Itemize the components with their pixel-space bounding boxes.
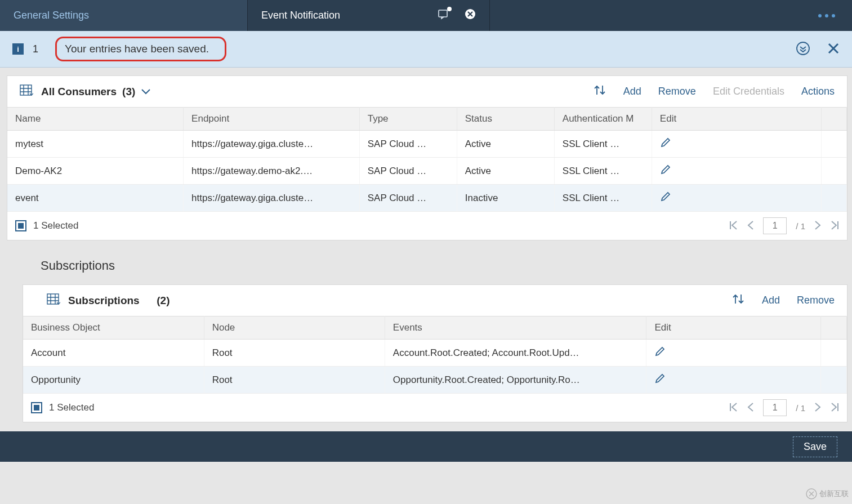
last-page-icon[interactable] xyxy=(830,402,839,414)
actions-button[interactable]: Actions xyxy=(801,86,835,97)
subscriptions-section-title: Subscriptions xyxy=(7,240,847,276)
first-page-icon[interactable] xyxy=(729,402,738,414)
subscriptions-table: Business Object Node Events Edit Account… xyxy=(23,316,847,394)
consumers-pager: / 1 xyxy=(729,217,839,234)
chevron-down-icon xyxy=(141,86,151,98)
sort-icon[interactable] xyxy=(731,293,745,308)
col-status[interactable]: Status xyxy=(457,108,554,131)
col-type[interactable]: Type xyxy=(359,108,457,131)
col-events[interactable]: Events xyxy=(385,316,646,340)
save-button[interactable]: Save xyxy=(793,436,837,457)
subscriptions-panel: Subscriptions (2) Add Remove Business Ob… xyxy=(23,284,847,422)
consumers-footer: 1 Selected / 1 xyxy=(7,212,847,240)
sort-icon[interactable] xyxy=(593,84,606,99)
consumers-panel: All Consumers (3) Add Remove Edit Creden… xyxy=(7,75,847,240)
col-edit[interactable]: Edit xyxy=(652,108,821,131)
col-endpoint[interactable]: Endpoint xyxy=(184,108,360,131)
table-row[interactable]: mytest https://gateway.giga.cluste… SAP … xyxy=(7,131,847,158)
tab-event-notification[interactable]: Event Notification xyxy=(248,0,490,31)
close-messages-icon[interactable] xyxy=(827,42,840,56)
consumers-title[interactable]: All Consumers (3) xyxy=(41,86,151,98)
tab-active-title: Event Notification xyxy=(261,10,438,21)
prev-page-icon[interactable] xyxy=(747,402,754,414)
tab-general-settings[interactable]: General Settings xyxy=(0,0,248,31)
top-right-area xyxy=(490,0,852,31)
page-total: / 1 xyxy=(796,403,805,413)
grid-view-icon[interactable] xyxy=(20,84,33,99)
selected-count: 1 Selected xyxy=(49,402,94,413)
add-subscription-button[interactable]: Add xyxy=(762,295,780,306)
table-row[interactable]: event https://gateway.giga.cluste… SAP C… xyxy=(7,185,847,212)
message-bar: i 1 Your entries have been saved. xyxy=(0,31,852,68)
more-actions-icon[interactable] xyxy=(818,14,835,17)
notification-indicator-icon[interactable] xyxy=(438,8,450,23)
col-edit[interactable]: Edit xyxy=(646,316,821,340)
edit-row-icon[interactable] xyxy=(654,376,666,386)
top-tabs: General Settings Event Notification xyxy=(0,0,852,31)
last-page-icon[interactable] xyxy=(830,220,839,232)
grid-view-icon[interactable] xyxy=(47,293,60,307)
col-business-object[interactable]: Business Object xyxy=(23,316,204,340)
expand-messages-icon[interactable] xyxy=(796,41,810,57)
close-tab-icon[interactable] xyxy=(465,8,476,23)
edit-row-icon[interactable] xyxy=(660,194,671,204)
bottom-bar: Save xyxy=(0,431,852,462)
subscriptions-title: Subscriptions (2) xyxy=(68,295,169,307)
select-all-checkbox[interactable] xyxy=(15,220,26,231)
remove-subscription-button[interactable]: Remove xyxy=(797,295,835,306)
remove-consumer-button[interactable]: Remove xyxy=(658,86,696,97)
col-name[interactable]: Name xyxy=(7,108,184,131)
page-input[interactable] xyxy=(763,217,787,234)
message-count: 1 xyxy=(33,43,38,55)
edit-row-icon[interactable] xyxy=(654,349,666,359)
table-row[interactable]: Account Root Account.Root.Created; Accou… xyxy=(23,340,847,367)
select-all-checkbox[interactable] xyxy=(31,402,42,413)
page-input[interactable] xyxy=(763,399,787,416)
col-node[interactable]: Node xyxy=(204,316,385,340)
selected-count: 1 Selected xyxy=(33,220,78,231)
prev-page-icon[interactable] xyxy=(747,220,754,232)
consumers-table: Name Endpoint Type Status Authentication… xyxy=(7,107,847,212)
edit-row-icon[interactable] xyxy=(660,167,671,177)
subscriptions-pager: / 1 xyxy=(729,399,839,416)
table-row[interactable]: Demo-AK2 https://gateway.demo-ak2.… SAP … xyxy=(7,158,847,185)
col-auth[interactable]: Authentication M xyxy=(554,108,652,131)
add-consumer-button[interactable]: Add xyxy=(623,86,641,97)
next-page-icon[interactable] xyxy=(814,402,821,414)
page-total: / 1 xyxy=(796,221,805,231)
edit-row-icon[interactable] xyxy=(660,140,671,150)
message-text-highlight: Your entries have been saved. xyxy=(55,37,226,61)
table-row[interactable]: Opportunity Root Opportunity.Root.Create… xyxy=(23,367,847,394)
info-icon: i xyxy=(12,43,24,55)
subscriptions-footer: 1 Selected / 1 xyxy=(23,394,847,422)
next-page-icon[interactable] xyxy=(814,220,821,232)
svg-rect-0 xyxy=(439,10,447,17)
first-page-icon[interactable] xyxy=(729,220,738,232)
edit-credentials-button: Edit Credentials xyxy=(713,86,784,97)
